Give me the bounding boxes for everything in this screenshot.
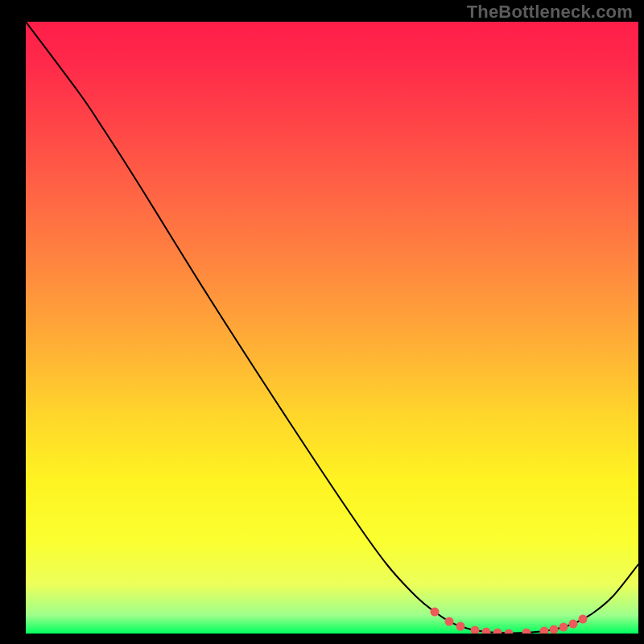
marker-dot: [456, 622, 465, 631]
marker-dot: [445, 617, 454, 626]
marker-dot: [579, 615, 588, 624]
watermark-label: TheBottleneck.com: [467, 2, 633, 23]
bottleneck-chart: [0, 0, 644, 644]
marker-dot: [505, 630, 514, 638]
marker-dot: [540, 627, 549, 636]
marker-dot: [559, 623, 568, 632]
chart-frame: { "watermark": "TheBottleneck.com", "cha…: [0, 0, 644, 644]
marker-dot: [522, 629, 531, 638]
marker-dot: [482, 628, 491, 637]
marker-dot: [550, 625, 559, 634]
marker-dot: [493, 629, 502, 638]
plot-background: [26, 22, 638, 634]
marker-dot: [569, 620, 578, 629]
marker-dot: [471, 626, 480, 635]
marker-dot: [431, 608, 440, 617]
